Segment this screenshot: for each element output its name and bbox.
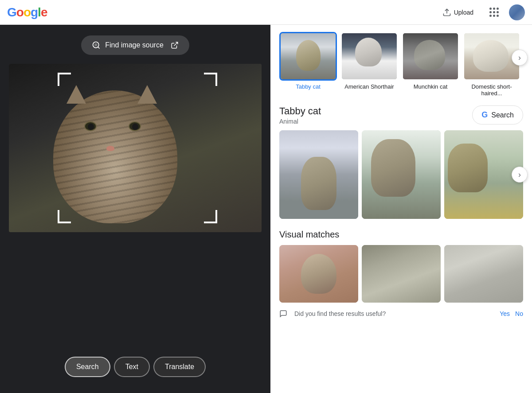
- feedback-row: Did you find these results useful? Yes N…: [279, 310, 523, 318]
- find-image-source-button[interactable]: Find image source: [81, 35, 189, 55]
- apps-button[interactable]: [486, 4, 502, 20]
- visual-match-3[interactable]: [444, 245, 523, 303]
- lens-icon: [92, 41, 101, 50]
- related-label-american: American Shorthair: [344, 83, 394, 90]
- visual-matches-title: Visual matches: [279, 230, 523, 240]
- section-title: Tabby cat: [279, 105, 321, 117]
- result-img-1-inner: [279, 130, 358, 219]
- corner-tl: [58, 73, 71, 86]
- logo-o2: o: [23, 5, 31, 19]
- right-panel: Tabby cat American Shorthair: [270, 25, 532, 393]
- upload-label: Upload: [454, 9, 473, 16]
- thumb-domestic-image: [464, 33, 519, 79]
- search-mode-label: Search: [76, 363, 99, 370]
- search-btn-label: Search: [491, 111, 514, 119]
- feedback-no-button[interactable]: No: [515, 310, 523, 317]
- match-2-image: [362, 245, 441, 303]
- strip-next-button[interactable]: ›: [512, 50, 528, 66]
- section-title-block: Tabby cat Animal: [279, 105, 321, 125]
- selection-box: [58, 73, 217, 223]
- feedback-question: Did you find these results useful?: [294, 310, 494, 317]
- section-header: Tabby cat Animal G Search: [279, 105, 523, 125]
- result-img-2-inner: [362, 130, 441, 219]
- section-subtitle: Animal: [279, 118, 321, 125]
- related-item-tabby[interactable]: Tabby cat: [279, 32, 337, 90]
- related-label-tabby: Tabby cat: [296, 83, 321, 90]
- logo-e: e: [41, 5, 47, 19]
- feedback-yes-button[interactable]: Yes: [500, 310, 510, 317]
- thumb-american-image: [342, 33, 397, 79]
- result-image-1[interactable]: [279, 130, 358, 219]
- result-images: ›: [279, 130, 523, 219]
- related-strip: Tabby cat American Shorthair: [279, 32, 523, 97]
- logo-l: l: [38, 5, 41, 19]
- image-container: [9, 64, 262, 232]
- related-thumb-munchkin: [402, 32, 459, 81]
- corner-tr: [204, 73, 217, 86]
- google-logo[interactable]: Google: [7, 5, 47, 19]
- left-panel: Find image source: [0, 25, 270, 393]
- logo-g2: g: [31, 5, 38, 19]
- header-actions: Upload: [437, 4, 525, 20]
- corner-br: [204, 210, 217, 223]
- thumb-munchkin-image: [403, 33, 458, 79]
- logo-o1: o: [16, 5, 23, 19]
- text-mode-button[interactable]: Text: [114, 357, 150, 377]
- translate-mode-label: Translate: [165, 363, 194, 370]
- related-item-american[interactable]: American Shorthair: [340, 32, 398, 90]
- visual-match-2[interactable]: [362, 245, 441, 303]
- svg-point-3: [94, 43, 98, 47]
- search-mode-button[interactable]: Search: [65, 357, 110, 377]
- related-item-domestic[interactable]: Domestic short-haired...: [463, 32, 520, 97]
- mode-buttons: Search Text Translate: [65, 357, 206, 377]
- section-search-button[interactable]: G Search: [472, 105, 523, 125]
- avatar-image: [509, 4, 525, 20]
- related-label-munchkin: Munchkin cat: [414, 83, 448, 90]
- match-3-image: [444, 245, 523, 303]
- results-next-button[interactable]: ›: [512, 167, 528, 183]
- find-image-label: Find image source: [105, 41, 164, 49]
- match-1-image: [279, 245, 358, 303]
- external-link-icon: [171, 41, 179, 49]
- related-label-domestic: Domestic short-haired...: [463, 83, 520, 97]
- main-content: Find image source: [0, 25, 532, 393]
- google-g-icon: G: [481, 110, 488, 120]
- corner-bl: [58, 210, 71, 223]
- apps-grid-icon: [489, 8, 499, 17]
- svg-line-2: [98, 47, 100, 49]
- thumb-tabby-image: [281, 33, 336, 79]
- related-thumb-tabby: [279, 32, 337, 81]
- related-item-munchkin[interactable]: Munchkin cat: [402, 32, 459, 90]
- result-image-2[interactable]: [362, 130, 441, 219]
- svg-line-4: [174, 42, 177, 46]
- translate-mode-button[interactable]: Translate: [153, 357, 206, 377]
- related-thumb-american: [340, 32, 398, 81]
- text-mode-label: Text: [125, 363, 138, 370]
- upload-icon: [442, 8, 451, 17]
- avatar[interactable]: [509, 4, 525, 20]
- visual-match-1[interactable]: [279, 245, 358, 303]
- header: Google Upload: [0, 0, 532, 25]
- upload-button[interactable]: Upload: [437, 4, 479, 20]
- visual-matches-grid: [279, 245, 523, 303]
- feedback-icon: [279, 310, 287, 318]
- logo-g: G: [7, 5, 16, 19]
